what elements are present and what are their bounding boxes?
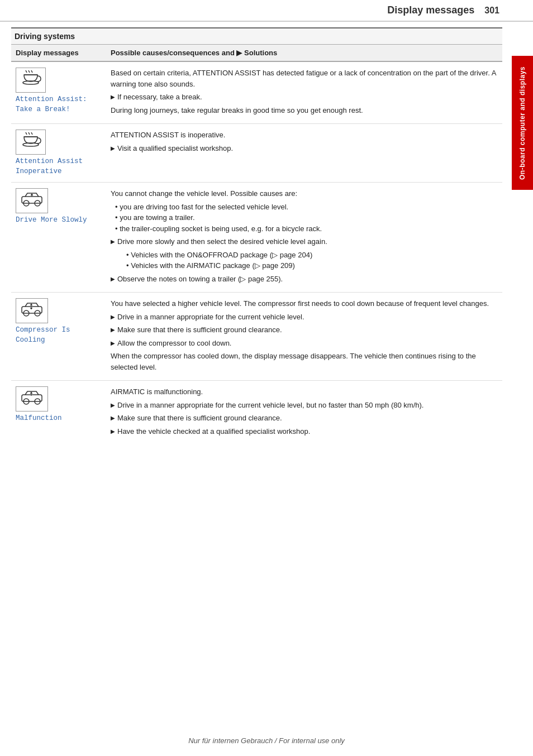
drive-slowly-icon [16, 188, 48, 213]
malfunction-icon [16, 386, 48, 412]
drive-slowly-content: You cannot change the vehicle level. Pos… [106, 183, 502, 293]
col1-header: Display messages [11, 45, 106, 61]
chapter-tab: On-board computer and displays [512, 56, 533, 190]
display-messages-table: Display messages Possible causes/consequ… [11, 45, 502, 444]
main-content: Driving systems Display messages Possibl… [0, 22, 533, 450]
svg-rect-18 [22, 395, 42, 401]
msg-cell: Drive More Slowly [11, 183, 106, 293]
compressor-icon [16, 298, 48, 323]
chapter-tab-label: On-board computer and displays [518, 66, 526, 179]
coffee-icon-inop-svg [20, 132, 42, 149]
compressor-label: Compressor IsCooling [16, 326, 102, 345]
svg-line-6 [28, 132, 30, 135]
malfunction-label: Malfunction [16, 414, 102, 424]
msg-cell: Malfunction [11, 381, 106, 445]
msg-cell: Compressor IsCooling [11, 293, 106, 381]
coffee-icon-svg [20, 70, 42, 87]
msg-cell: Attention Assist:Take a Break! [11, 61, 106, 124]
page-number: 301 [484, 6, 499, 16]
malfunction-content: AIRMATIC is malfunctioning. Drive in a m… [106, 381, 502, 445]
compressor-content: You have selected a higher vehicle level… [106, 293, 502, 381]
footer: Nur für internen Gebrauch / For internal… [0, 736, 533, 745]
attention-assist-inop-icon [16, 130, 46, 155]
attention-assist-break-content: Based on certain criteria, ATTENTION ASS… [106, 61, 502, 124]
footer-text: Nur für internen Gebrauch / For internal… [188, 736, 345, 745]
drive-slowly-label: Drive More Slowly [16, 216, 102, 226]
svg-line-2 [31, 70, 32, 73]
car-compressor-icon-svg [20, 301, 44, 318]
svg-rect-10 [22, 197, 42, 203]
msg-cell: Attention AssistInoperative [11, 124, 106, 183]
table-row: Compressor IsCooling You have selected a… [11, 293, 502, 381]
svg-line-1 [28, 70, 30, 73]
table-header-row: Display messages Possible causes/consequ… [11, 45, 502, 61]
drive-slowly-bullets: you are driving too fast for the selecte… [111, 202, 498, 235]
attention-assist-break-icon [16, 68, 46, 93]
table-row: Attention AssistInoperative ATTENTION AS… [11, 124, 502, 183]
table-row: Malfunction AIRMATIC is malfunctioning. … [11, 381, 502, 445]
svg-line-5 [26, 132, 27, 135]
attention-assist-break-label: Attention Assist:Take a Break! [16, 95, 102, 114]
page-header: Display messages 301 [0, 0, 533, 22]
attention-assist-inop-label: Attention AssistInoperative [16, 157, 102, 176]
table-row: Drive More Slowly You cannot change the … [11, 183, 502, 293]
car-level-icon-svg [20, 191, 44, 208]
car-malfunction-icon-svg [20, 389, 44, 406]
section-title: Driving systems [11, 27, 502, 45]
page-title: Display messages [387, 4, 474, 16]
attention-assist-inop-content: ATTENTION ASSIST is inoperative. Visit a… [106, 124, 502, 183]
svg-line-7 [31, 132, 32, 135]
svg-line-0 [26, 70, 27, 73]
svg-rect-14 [22, 307, 42, 313]
col2-header: Possible causes/consequences and ▶ Solut… [106, 45, 502, 61]
table-row: Attention Assist:Take a Break! Based on … [11, 61, 502, 124]
